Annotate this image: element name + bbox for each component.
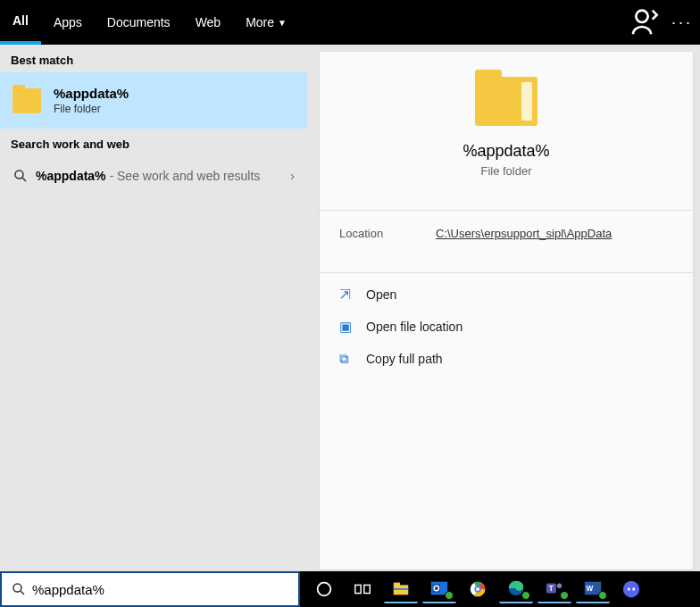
web-result-text: %appdata% - See work and web results [36,169,290,183]
folder-open-icon: ▣ [339,319,366,335]
svg-text:W: W [586,585,593,593]
web-hint: - See work and web results [106,169,261,183]
feedback-icon[interactable] [629,0,664,45]
web-query: %appdata% [36,169,106,183]
tab-documents[interactable]: Documents [95,0,183,45]
folder-icon [12,88,41,113]
svg-point-25 [628,587,630,591]
work-web-header: Search work and web [0,129,307,156]
location-label: Location [339,227,436,240]
location-path[interactable]: C:\Users\erpsupport_sipl\AppData [436,227,612,240]
svg-rect-6 [355,585,361,593]
svg-point-26 [632,587,635,591]
svg-point-3 [13,584,21,592]
open-icon: ⇱ [339,287,366,303]
svg-point-16 [476,587,479,591]
action-open[interactable]: ⇱ Open [338,279,675,311]
svg-point-0 [636,11,647,22]
result-subtitle: File folder [54,103,129,115]
search-box[interactable] [0,571,300,607]
search-icon [11,581,32,597]
action-openloc-label: Open file location [366,320,462,334]
search-input[interactable] [32,582,289,597]
results-panel: Best match %appdata% File folder Search … [0,45,307,571]
action-copy-path[interactable]: ⧉ Copy full path [338,343,675,375]
svg-line-2 [22,178,26,181]
folder-icon [475,77,538,126]
best-match-header: Best match [0,45,307,72]
edge-icon[interactable] [499,575,533,603]
svg-rect-9 [394,583,400,586]
action-copy-label: Copy full path [366,352,443,366]
svg-rect-7 [364,585,370,593]
preview-title: %appdata% [320,142,693,161]
copy-icon: ⧉ [339,351,366,367]
tab-more[interactable]: More ▼ [233,0,299,45]
more-options-icon[interactable]: ··· [664,0,700,45]
taskview-icon[interactable] [346,575,379,603]
svg-point-20 [557,584,562,589]
best-match-result[interactable]: %appdata% File folder [0,72,307,129]
cortana-icon[interactable] [307,575,341,603]
word-icon[interactable]: W [576,575,610,603]
preview-panel: %appdata% File folder Location C:\Users\… [320,52,693,570]
location-row: Location C:\Users\erpsupport_sipl\AppDat… [320,211,693,256]
taskbar: T W [300,571,700,607]
preview-subtitle: File folder [320,164,693,178]
tab-all[interactable]: All [0,0,41,45]
svg-point-24 [623,581,639,597]
svg-point-1 [15,170,23,179]
teams-icon[interactable]: T [538,575,571,603]
svg-line-4 [21,591,24,595]
explorer-icon[interactable] [384,575,418,603]
tab-apps[interactable]: Apps [41,0,95,45]
chrome-icon[interactable] [461,575,495,603]
chevron-down-icon: ▼ [278,18,287,28]
tab-web[interactable]: Web [183,0,234,45]
action-open-location[interactable]: ▣ Open file location [338,311,675,343]
outlook-icon[interactable] [422,575,456,603]
web-result[interactable]: %appdata% - See work and web results › [0,156,307,195]
search-icon [12,168,36,184]
svg-text:T: T [549,585,554,593]
action-open-label: Open [366,287,396,302]
chevron-right-icon: › [290,169,295,183]
search-tabs: All Apps Documents Web More ▼ ··· [0,0,700,45]
discord-icon[interactable] [614,575,648,603]
result-title: %appdata% [54,86,129,101]
svg-point-5 [318,583,331,596]
actions-list: ⇱ Open ▣ Open file location ⧉ Copy full … [320,273,693,380]
tab-more-label: More [246,15,274,29]
svg-rect-10 [394,588,409,590]
